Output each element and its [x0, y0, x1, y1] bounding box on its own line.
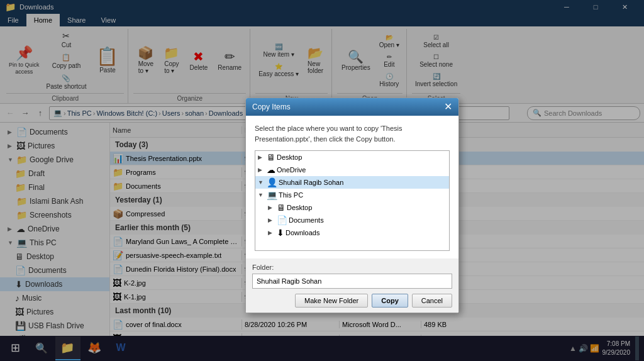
tree-desktop-label: Desktop — [277, 153, 302, 161]
tree-item-pc-docs[interactable]: ▶ 📄 Documents — [255, 214, 449, 226]
tree-desktop-icon: 🖥 — [267, 152, 275, 162]
tree-thispc-icon: 💻 — [267, 190, 277, 200]
dialog-buttons: Make New Folder Copy Cancel — [252, 294, 452, 308]
dialog-body: Select the place where you want to copy … — [246, 116, 458, 258]
folder-label: Folder: — [252, 264, 452, 271]
tree-item-pc-downloads[interactable]: ▶ ⬇ Downloads — [255, 226, 449, 239]
tree-item-desktop[interactable]: ▶ 🖥 Desktop — [255, 151, 449, 164]
tree-pc-downloads-icon: ⬇ — [277, 228, 284, 238]
tree-pc-desktop-icon: 🖥 — [277, 203, 286, 213]
tree-sohan-label: Shuhail Ragib Sohan — [279, 179, 343, 186]
dialog-overlay: Copy Items ✕ Select the place where you … — [0, 0, 644, 361]
tree-onedrive-icon: ☁ — [267, 165, 275, 175]
tree-pc-desktop-label: Desktop — [287, 204, 312, 211]
tree-pc-downloads-label: Downloads — [286, 229, 319, 236]
tree-onedrive-label: OneDrive — [277, 166, 306, 174]
dialog-footer: Folder: Make New Folder Copy Cancel — [246, 258, 458, 313]
tree-item-sohan[interactable]: ▼ 👤 Shuhail Ragib Sohan — [255, 176, 449, 189]
dialog-title-bar: Copy Items ✕ — [246, 98, 458, 116]
copy-dialog-button[interactable]: Copy — [372, 294, 408, 308]
dialog-title-text: Copy Items — [252, 103, 291, 111]
dialog-close-button[interactable]: ✕ — [444, 102, 452, 112]
tree-item-pc-desktop[interactable]: ▶ 🖥 Desktop — [255, 201, 449, 214]
tree-pc-docs-icon: 📄 — [277, 215, 287, 225]
tree-item-this-pc[interactable]: ▼ 💻 This PC — [255, 189, 449, 201]
dialog-description: Select the place where you want to copy … — [255, 123, 450, 144]
folder-input[interactable] — [252, 274, 452, 289]
tree-item-onedrive[interactable]: ▶ ☁ OneDrive — [255, 164, 449, 176]
make-new-folder-button[interactable]: Make New Folder — [295, 294, 368, 308]
dialog-tree[interactable]: ▶ 🖥 Desktop ▶ ☁ OneDrive ▼ 👤 Shuhail Rag… — [255, 150, 450, 251]
cancel-dialog-button[interactable]: Cancel — [412, 294, 452, 308]
tree-thispc-label: This PC — [279, 191, 303, 199]
tree-pc-docs-label: Documents — [289, 216, 324, 224]
copy-items-dialog: Copy Items ✕ Select the place where you … — [245, 97, 459, 313]
tree-sohan-icon: 👤 — [267, 177, 277, 187]
